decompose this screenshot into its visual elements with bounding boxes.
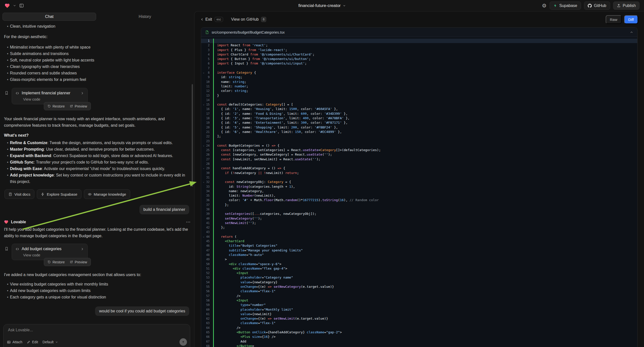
code-line: 11 limit: number; (201, 84, 637, 88)
code-line: 20 { id: '5', name: 'Shopping', limit: 2… (201, 125, 637, 130)
visit-docs-button[interactable]: Visit docs (4, 190, 34, 199)
line-number: 24⌄ (201, 144, 213, 148)
bookmark-icon[interactable] (4, 247, 9, 251)
fold-chevron-icon[interactable]: ⌄ (203, 102, 204, 106)
code-line: 6import { Input } from '@/components/ui/… (201, 61, 637, 66)
line-number: 27 (201, 157, 213, 162)
code-line: 63 className="flex-1" (201, 321, 637, 325)
action-card-row: Add budget categories View code Restore (4, 244, 190, 260)
code-line: 23 (201, 139, 637, 144)
file-header[interactable]: src/components/budget/BudgetCategories.t… (201, 28, 637, 37)
list-item: • Clean typography with clear hierarchie… (4, 64, 190, 70)
design-intro: For the design aesthetic: (4, 34, 190, 40)
code-line: 8⌄interface Category { (201, 70, 637, 75)
code-line: 36 color: '#' + Math.floor(Math.random()… (201, 198, 637, 202)
line-number: 8⌄ (201, 70, 213, 75)
list-item: • GitHub Sync: Transfer your project's c… (4, 159, 190, 166)
code-line: 33 id: String(categories.length + 1), (201, 184, 637, 189)
github-count-badge: 6 (261, 17, 266, 22)
chevron-right-icon (81, 248, 84, 251)
line-number: 5 (201, 57, 213, 61)
code-line: 38 (201, 207, 637, 212)
docs-icon (8, 192, 12, 196)
bullet-icon: • (7, 152, 10, 159)
line-number: 21 (201, 130, 213, 134)
restore-button[interactable]: Restore (45, 258, 67, 266)
line-number: 41 (201, 221, 213, 225)
preview-button[interactable]: Preview (67, 102, 90, 110)
lovable-logo-icon[interactable] (4, 3, 10, 8)
code-icon (16, 247, 19, 251)
tab-history[interactable]: History (98, 13, 192, 21)
bullet-icon: • (7, 294, 10, 300)
ready-paragraph: Your sleek financial planner is now read… (4, 116, 190, 129)
code-line: 39 setCategories([...categories, newCate… (201, 212, 637, 216)
send-button[interactable] (180, 338, 187, 346)
fold-chevron-icon[interactable]: ⌄ (203, 143, 204, 148)
fold-chevron-icon[interactable]: ⌄ (203, 180, 204, 184)
preview-button[interactable]: Preview (67, 258, 90, 266)
code-line: 37 }; (201, 202, 637, 207)
code-line: 52 <Input (201, 271, 637, 275)
view-on-github-link[interactable]: View on GitHub 6 (231, 17, 266, 22)
manage-knowledge-button[interactable]: Manage knowledge (84, 190, 130, 199)
bullet-icon: • (7, 50, 10, 57)
exit-button[interactable]: Exit (200, 17, 212, 22)
fold-chevron-icon[interactable]: ⌄ (203, 70, 204, 75)
code-line: 49 > (201, 257, 637, 262)
settings-gear-icon[interactable]: ⚙ (542, 3, 547, 8)
bookmark-icon[interactable] (4, 91, 9, 95)
implement-financial-planner-card[interactable]: Implement financial planner View code Re… (12, 88, 88, 104)
bullet-icon: • (7, 140, 10, 146)
restore-icon (48, 260, 51, 264)
github-button[interactable]: GitHub (584, 2, 610, 10)
raw-toggle-button[interactable]: Raw (606, 15, 622, 24)
code-line: 55 onChange={(e) => setNewCategory(e.tar… (201, 284, 637, 289)
user-message-bubble: would be cool if you could add budget ca… (95, 306, 189, 316)
line-number: 15⌄ (201, 102, 213, 107)
bullet-icon: • (7, 70, 10, 76)
chevron-down-icon (55, 341, 58, 344)
explore-supabase-button[interactable]: Explore Supabase (37, 190, 82, 199)
list-item: • Soft, neutral color palette with light… (4, 57, 190, 64)
fold-chevron-icon[interactable]: ⌄ (203, 234, 204, 239)
list-item: • Minimalist interface with plenty of wh… (4, 44, 190, 50)
fold-chevron-icon[interactable]: ⌄ (203, 166, 204, 170)
diff-toggle-button[interactable]: Diff (624, 15, 638, 24)
chat-input[interactable] (8, 328, 186, 332)
lovable-heart-icon (4, 220, 8, 224)
code-line: 53 placeholder="Category name" (201, 275, 637, 280)
collapse-chevron-up-icon[interactable] (630, 30, 633, 34)
edit-mode-button[interactable]: Edit (27, 340, 38, 344)
line-number: 29⌄ (201, 166, 213, 170)
more-options-icon[interactable] (186, 222, 190, 222)
line-number: 25 (201, 148, 213, 152)
view-code-link[interactable]: View code (16, 253, 84, 257)
line-number: 13 (201, 93, 213, 98)
project-menu[interactable]: financial-future-creator (298, 0, 346, 11)
tab-chat[interactable]: Chat (2, 13, 96, 21)
attach-button[interactable]: Attach (7, 340, 22, 344)
chat-scrollbar[interactable] (192, 84, 193, 187)
code-line: 46 title="Budget Categories" (201, 244, 637, 248)
list-item: • View existing budget categories with t… (4, 281, 190, 288)
code-line: 48 className="h-auto" (201, 253, 637, 257)
sidebar-toggle-icon[interactable] (19, 3, 24, 8)
chevron-down-icon[interactable] (13, 4, 16, 7)
restore-button[interactable]: Restore (45, 102, 67, 110)
code-lines[interactable]: 12import React from 'react';3import { Pl… (201, 37, 637, 347)
supabase-bolt-icon (554, 4, 557, 8)
code-line: 15⌄const defaultCategories: Category[] =… (201, 102, 637, 107)
line-number: 66 (201, 334, 213, 339)
model-selector[interactable]: Default (42, 340, 58, 344)
view-code-link[interactable]: View code (16, 97, 84, 101)
line-number: 61 (201, 312, 213, 316)
supabase-button[interactable]: Supabase (550, 2, 581, 10)
publish-button[interactable]: Publish (613, 2, 640, 10)
chat-scroll-area[interactable]: • Clean, intuitive navigation For the de… (0, 22, 194, 324)
list-item: • Master Prompting: Use clear, detailed,… (4, 146, 190, 152)
chevron-left-icon (200, 18, 204, 21)
code-line: 45 <ChartCard (201, 239, 637, 244)
line-number: 55 (201, 284, 213, 289)
add-budget-categories-card[interactable]: Add budget categories View code Restore (12, 244, 88, 260)
